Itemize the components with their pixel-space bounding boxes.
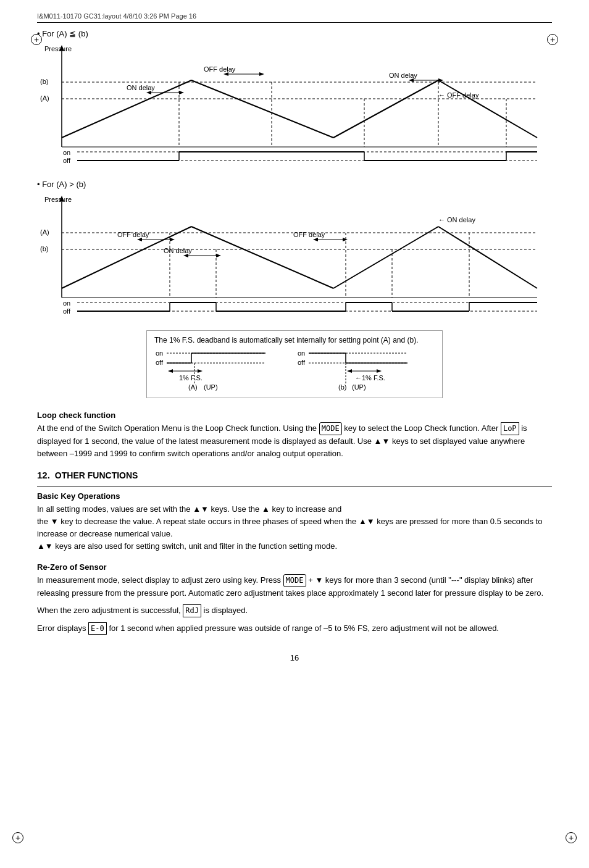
svg-text:(A): (A) <box>40 228 49 236</box>
reg-mark-bottom-left <box>12 832 23 843</box>
diagram1-svg: Pressure (b) (A) <box>37 42 543 165</box>
basic-key-text: In all setting modes, values are set wit… <box>37 503 552 553</box>
svg-text:on: on <box>63 149 70 156</box>
svg-marker-14 <box>259 72 264 76</box>
lop-display: LoP <box>501 422 519 435</box>
svg-text:off: off <box>298 359 306 366</box>
svg-text:(A): (A) <box>40 94 49 102</box>
svg-text:off: off <box>63 307 71 315</box>
svg-marker-94 <box>198 369 203 373</box>
svg-line-50 <box>438 227 537 288</box>
svg-text:on: on <box>298 349 305 357</box>
mode-key-inline: MODE <box>319 422 342 435</box>
svg-marker-109 <box>347 369 352 373</box>
diagram-a-lte-b: • For (A) ≦ (b) Pressure (b) (A) <box>37 29 552 167</box>
diagram2-svg: Pressure (A) (b) ← ON delay OFF delay <box>37 193 543 316</box>
rezero-section: Re-Zero of Sensor In measurement mode, s… <box>37 562 552 635</box>
svg-text:(b): (b) <box>40 245 48 252</box>
svg-text:OFF delay: OFF delay <box>204 65 236 73</box>
svg-text:1% F.S.: 1% F.S. <box>179 374 203 382</box>
svg-text:ON delay: ON delay <box>127 84 155 91</box>
section-heading: OTHER FUNCTIONS <box>55 470 138 480</box>
svg-text:off: off <box>63 157 71 164</box>
svg-text:ON delay: ON delay <box>389 72 417 79</box>
svg-marker-60 <box>343 238 348 241</box>
svg-text:(b): (b) <box>40 78 48 85</box>
svg-marker-64 <box>216 254 221 257</box>
svg-text:on: on <box>156 349 163 357</box>
loop-check-text: At the end of the Switch Operation Menu … <box>37 422 552 460</box>
page-number: 16 <box>37 653 552 662</box>
svg-text:← OFF delay: ← OFF delay <box>438 91 479 99</box>
rezero-text2: When the zero adjustment is successful, … <box>37 604 552 617</box>
other-functions-section: 12. OTHER FUNCTIONS Basic Key Operations… <box>37 470 552 635</box>
svg-text:OFF delay: OFF delay <box>117 231 149 238</box>
svg-text:OFF delay: OFF delay <box>293 231 325 238</box>
svg-text:Pressure: Pressure <box>44 45 72 52</box>
loop-check-section: Loop check function At the end of the Sw… <box>37 411 552 460</box>
svg-text:on: on <box>63 299 70 307</box>
page-header: I&M011-10170 GC31:layout 4/8/10 3:26 PM … <box>37 12 552 23</box>
info-diagrams: on off 1% F.S. (A) (UP) <box>154 349 435 393</box>
diagram1-title: • For (A) ≦ (b) <box>37 29 552 38</box>
rezero-heading: Re-Zero of Sensor <box>37 562 552 572</box>
rezero-text3: Error displays E-0 for 1 second when app… <box>37 622 552 635</box>
diagram2-title: • For (A) > (b) <box>37 180 552 189</box>
e0-display: E-0 <box>88 622 107 635</box>
svg-marker-95 <box>168 369 173 373</box>
svg-text:← ON delay: ← ON delay <box>438 216 475 223</box>
rezero-text1: In measurement mode, select display to a… <box>37 574 552 599</box>
svg-text:←1% F.S.: ←1% F.S. <box>355 374 385 382</box>
svg-text:off: off <box>156 359 164 366</box>
svg-text:(UP): (UP) <box>204 383 218 391</box>
svg-marker-108 <box>377 369 382 373</box>
basic-key-heading: Basic Key Operations <box>37 491 552 501</box>
svg-line-7 <box>191 80 333 138</box>
svg-text:Pressure: Pressure <box>44 196 72 203</box>
info-box: The 1% F.S. deadband is automatically se… <box>146 330 443 398</box>
info-diagram-left: on off 1% F.S. (A) (UP) <box>154 349 278 393</box>
info-box-text: The 1% F.S. deadband is automatically se… <box>154 336 435 344</box>
header-left: I&M011-10170 GC31:layout 4/8/10 3:26 PM … <box>37 12 196 20</box>
info-diagram-right: on off ←1% F.S. (b) (UP) <box>296 349 420 393</box>
diagrams-section: • For (A) ≦ (b) Pressure (b) (A) <box>37 29 552 398</box>
svg-text:(b): (b) <box>338 383 346 391</box>
section-number: 12. <box>37 470 50 480</box>
loop-check-heading: Loop check function <box>37 411 552 420</box>
mode-key-rezero: MODE <box>283 574 306 587</box>
basic-key-ops-section: Basic Key Operations In all setting mode… <box>37 491 552 553</box>
svg-marker-18 <box>179 91 184 94</box>
svg-text:(A): (A) <box>188 383 198 391</box>
section-header: 12. OTHER FUNCTIONS <box>37 470 552 486</box>
svg-line-49 <box>333 227 438 288</box>
rdj-display: RdJ <box>183 604 201 617</box>
svg-line-9 <box>438 80 537 138</box>
svg-marker-56 <box>170 238 175 241</box>
diagram-a-gt-b: • For (A) > (b) Pressure (A) (b) <box>37 180 552 318</box>
svg-line-8 <box>333 80 438 138</box>
reg-mark-bottom-right <box>566 832 577 843</box>
svg-text:(UP): (UP) <box>352 383 366 391</box>
svg-text:ON delay: ON delay <box>164 247 192 254</box>
